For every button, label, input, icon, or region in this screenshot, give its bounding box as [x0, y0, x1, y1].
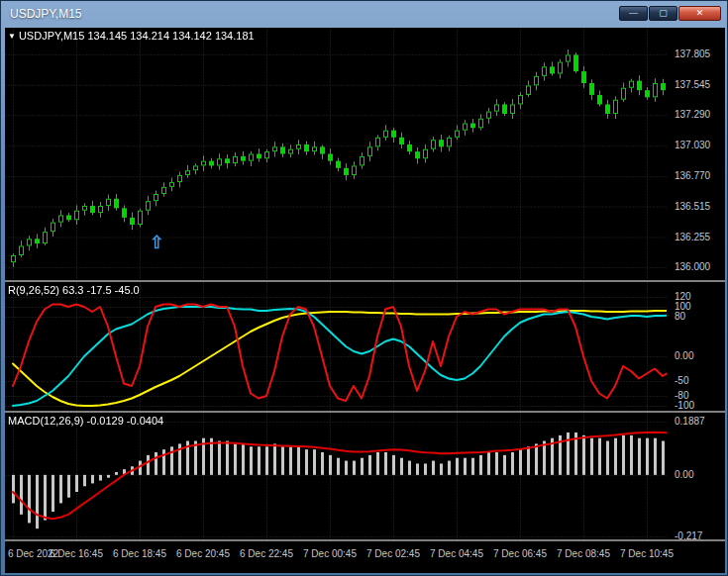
application-window: USDJPY,M15 — ▢ ✕ ▼USDJPY,M15 134.145 134…: [0, 0, 728, 576]
price-scale[interactable]: 137.805137.545137.290137.030136.770136.5…: [667, 28, 725, 541]
macd-panel: MACD(12,26,9) -0.0129 -0.0404: [5, 413, 667, 539]
oscillator-scale-label: 80: [675, 311, 685, 322]
price-scale-label: 136.255: [675, 232, 710, 242]
macd-scale-label: 0.00: [675, 469, 693, 480]
maximize-button[interactable]: ▢: [649, 6, 677, 21]
time-axis-label: 7 Dec 10:45: [620, 548, 674, 559]
oscillator-panel: R(9,26,52) 63.3 -17.5 -45.0: [5, 282, 667, 411]
panel-separator[interactable]: [5, 280, 725, 282]
time-axis-label: 7 Dec 00:45: [303, 548, 357, 559]
oscillator-scale-label: 0.00: [675, 350, 693, 361]
time-axis-label: 6 Dec 20:45: [176, 548, 230, 559]
macd-scale-label: 0.1887: [675, 416, 705, 427]
price-scale-label: 137.805: [675, 48, 710, 59]
close-button[interactable]: ✕: [678, 6, 721, 21]
macd-canvas[interactable]: [5, 413, 667, 539]
maximize-icon: ▢: [659, 9, 668, 18]
price-scale-label: 137.290: [675, 109, 710, 120]
chevron-down-icon[interactable]: ▼: [8, 32, 16, 41]
time-axis-label: 7 Dec 04:45: [430, 548, 483, 559]
ohlc-values: 134.145 134.214 134.142 134.181: [87, 30, 254, 42]
window-titlebar[interactable]: USDJPY,M15 — ▢ ✕: [1, 1, 727, 27]
window-controls: — ▢ ✕: [619, 6, 721, 21]
candlestick-chart-canvas[interactable]: [5, 28, 667, 280]
panel-separator[interactable]: [5, 411, 725, 413]
chart-header-label: ▼USDJPY,M15 134.145 134.214 134.142 134.…: [8, 30, 255, 42]
price-scale-label: 137.030: [675, 140, 710, 150]
time-axis-label: 6 Dec 22:45: [240, 548, 293, 559]
price-scale-label: 136.770: [675, 170, 710, 181]
minimize-icon: —: [629, 9, 638, 18]
time-axis[interactable]: 6 Dec 20226 Dec 16:456 Dec 18:456 Dec 20…: [5, 541, 725, 573]
price-scale-label: 137.545: [675, 79, 710, 90]
axis-separator: [5, 539, 725, 541]
oscillator-canvas[interactable]: [5, 282, 667, 411]
time-axis-label: 7 Dec 06:45: [493, 548, 547, 559]
time-axis-label: 7 Dec 08:45: [557, 548, 610, 559]
macd-label: MACD(12,26,9) -0.0129 -0.0404: [8, 415, 163, 427]
buy-arrow-marker[interactable]: ⇧: [150, 232, 164, 253]
time-axis-label: 7 Dec 02:45: [366, 548, 420, 559]
price-panel: ▼USDJPY,M15 134.145 134.214 134.142 134.…: [5, 28, 667, 280]
price-scale-label: 136.000: [675, 261, 710, 272]
oscillator-scale-label: -100: [675, 400, 694, 411]
oscillator-label: R(9,26,52) 63.3 -17.5 -45.0: [8, 284, 140, 296]
time-axis-label: 6 Dec 18:45: [113, 548, 166, 559]
price-scale-label: 136.515: [675, 201, 710, 212]
time-axis-label: 6 Dec 16:45: [50, 548, 103, 559]
oscillator-scale-label: -50: [675, 375, 688, 386]
close-icon: ✕: [696, 9, 704, 18]
minimize-button[interactable]: —: [619, 6, 648, 21]
symbol-label: USDJPY,M15: [19, 30, 84, 42]
window-title: USDJPY,M15: [10, 7, 81, 21]
chart-area: ▼USDJPY,M15 134.145 134.214 134.142 134.…: [5, 28, 725, 573]
